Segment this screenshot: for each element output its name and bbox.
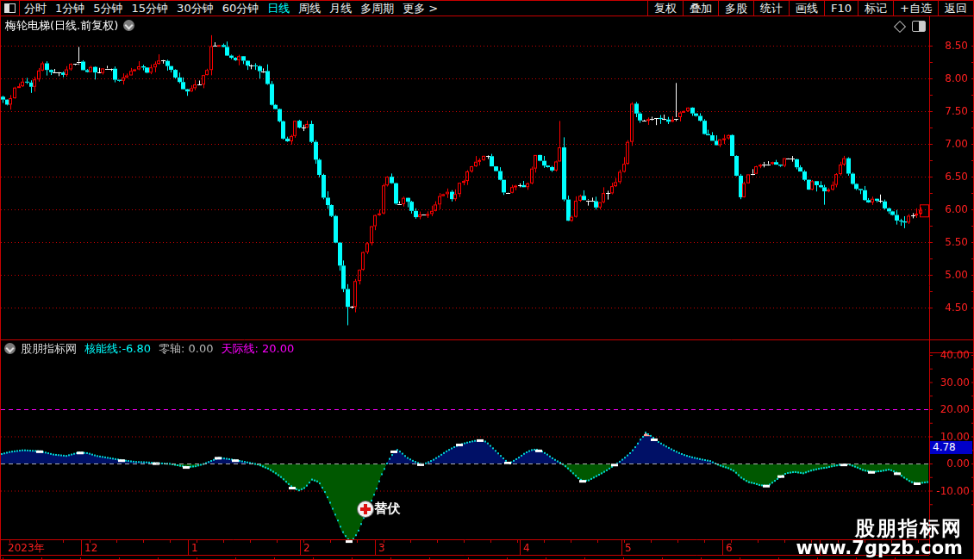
- draw-line-button[interactable]: 画线: [789, 1, 824, 16]
- title-bar: 梅轮电梯(日线.前复权): [1, 18, 134, 33]
- right-buttons: 复权 叠加 多股 统计 画线 F10 标记 +自选 返回: [647, 1, 973, 16]
- chart-canvas[interactable]: [1, 1, 974, 560]
- indicator-line1-value: 核能线:-6.80: [84, 341, 151, 357]
- top-toolbar: 分时 1分钟 5分钟 15分钟 30分钟 60分钟 日线 周线 月线 多周期 更…: [1, 1, 973, 16]
- app-window: 分时 1分钟 5分钟 15分钟 30分钟 60分钟 日线 周线 月线 多周期 更…: [0, 0, 974, 560]
- period-15min[interactable]: 15分钟: [128, 1, 173, 16]
- indicator-header: 股朋指标网 核能线:-6.80 零轴: 0.00 天际线: 20.00: [4, 342, 302, 355]
- watermark-site-url: www.7gpzb.com: [796, 539, 963, 557]
- period-weekly[interactable]: 周线: [294, 1, 325, 16]
- signal-marker: 替伏: [358, 501, 400, 517]
- stats-button[interactable]: 统计: [753, 1, 789, 16]
- period-minute[interactable]: 分时: [20, 1, 51, 16]
- period-30min[interactable]: 30分钟: [172, 1, 218, 16]
- period-1min[interactable]: 1分钟: [51, 1, 89, 16]
- period-multi[interactable]: 多周期: [356, 1, 398, 16]
- signal-marker-label: 替伏: [374, 501, 400, 517]
- period-more[interactable]: 更多 >: [398, 1, 442, 16]
- indicator-value-badge: 4.78: [930, 441, 972, 454]
- indicator-source-label: 股朋指标网: [21, 341, 77, 357]
- add-watchlist-button[interactable]: +自选: [893, 1, 938, 16]
- period-daily[interactable]: 日线: [263, 1, 294, 16]
- period-monthly[interactable]: 月线: [325, 1, 356, 16]
- adjust-button[interactable]: 复权: [647, 1, 683, 16]
- title-bar-icons: [896, 21, 926, 32]
- indicator-line2-value: 零轴: 0.00: [159, 341, 213, 357]
- overlay-button[interactable]: 叠加: [683, 1, 718, 16]
- back-button[interactable]: 返回: [938, 1, 973, 16]
- indicator-line3-value: 天际线: 20.00: [222, 341, 295, 357]
- period-menu: 分时 1分钟 5分钟 15分钟 30分钟 60分钟 日线 周线 月线 多周期 更…: [20, 1, 442, 16]
- period-60min[interactable]: 60分钟: [218, 1, 264, 16]
- window-pane-icon[interactable]: [912, 21, 926, 32]
- medical-cross-icon: [358, 501, 373, 517]
- multi-stock-button[interactable]: 多股: [718, 1, 753, 16]
- split-view-icon: [4, 3, 16, 13]
- diamond-icon[interactable]: [894, 20, 906, 32]
- watermark-site-name: 股朋指标网: [796, 519, 963, 538]
- layout-toggle-button[interactable]: [1, 1, 20, 16]
- page-title: 梅轮电梯(日线.前复权): [1, 18, 118, 34]
- period-5min[interactable]: 5分钟: [89, 1, 127, 16]
- watermark: 股朋指标网 www.7gpzb.com: [796, 519, 963, 557]
- chevron-down-icon[interactable]: [123, 20, 134, 31]
- mark-button[interactable]: 标记: [858, 1, 893, 16]
- panel-chevron-icon[interactable]: [4, 343, 16, 354]
- f10-button[interactable]: F10: [824, 1, 858, 16]
